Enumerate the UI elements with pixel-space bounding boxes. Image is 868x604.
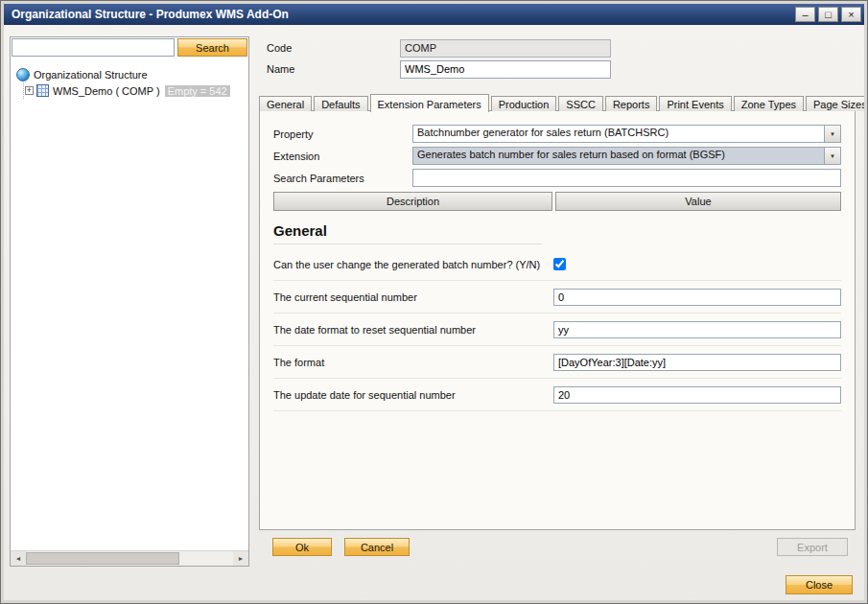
parameter-label: The current sequential number xyxy=(273,291,553,303)
ok-button[interactable]: Ok xyxy=(272,538,332,556)
property-dropdown[interactable]: Batchnumber generator for sales return (… xyxy=(412,125,841,143)
horizontal-scrollbar[interactable]: ◄ ► xyxy=(11,550,248,566)
dialog-footer: Ok Cancel Export xyxy=(259,538,856,556)
tab-zone-types[interactable]: Zone Types xyxy=(734,96,804,111)
parameter-rows: Can the user change the generated batch … xyxy=(273,248,841,411)
tab-page-sizes[interactable]: Page Sizes xyxy=(806,96,864,111)
cancel-button[interactable]: Cancel xyxy=(344,538,410,556)
section-title: General xyxy=(273,222,542,244)
name-row: Name xyxy=(259,59,856,79)
tab-production[interactable]: Production xyxy=(491,96,557,111)
search-row: Search xyxy=(11,37,248,58)
close-icon[interactable]: × xyxy=(841,7,861,22)
scrollbar-thumb[interactable] xyxy=(26,552,179,565)
extension-dropdown[interactable]: Generates batch number for sales return … xyxy=(412,147,841,165)
code-label: Code xyxy=(259,42,400,54)
parameter-label: The format xyxy=(273,357,553,368)
extension-value: Generates batch number for sales return … xyxy=(413,148,824,164)
parameter-row: The update date for sequential number xyxy=(273,379,841,411)
globe-icon xyxy=(16,68,30,81)
search-parameters-input[interactable] xyxy=(412,169,841,187)
chevron-down-icon: ▼ xyxy=(824,126,840,142)
tab-print-events[interactable]: Print Events xyxy=(659,96,731,111)
parameter-row: The current sequential number xyxy=(273,281,841,314)
parameter-input[interactable] xyxy=(553,354,841,371)
parameter-control xyxy=(553,258,841,270)
extension-label: Extension xyxy=(273,151,412,162)
parameter-control xyxy=(553,386,841,404)
description-column-header[interactable]: Description xyxy=(273,192,552,211)
search-parameters-row: Search Parameters xyxy=(273,167,841,189)
company-grid-icon xyxy=(36,84,49,97)
tree-node-suffix: Empty = 542 xyxy=(165,85,230,97)
tree-children: + WMS_Demo ( COMP ) Empty = 542 xyxy=(23,82,245,99)
search-input[interactable] xyxy=(12,38,175,57)
search-button[interactable]: Search xyxy=(177,38,247,57)
org-tree: Organizational Structure + WMS_Demo ( CO… xyxy=(11,58,248,550)
scrollbar-track[interactable] xyxy=(26,551,233,566)
tab-general[interactable]: General xyxy=(259,96,312,111)
tab-extension-parameters[interactable]: Extension Parameters xyxy=(370,94,489,112)
expand-plus-icon[interactable]: + xyxy=(25,86,34,95)
parameter-label: The date format to reset sequential numb… xyxy=(273,324,553,336)
window-title: Organizational Structure - Produmex WMS … xyxy=(12,8,792,21)
tree-node-wms-demo[interactable]: + WMS_Demo ( COMP ) Empty = 542 xyxy=(25,82,245,99)
tree-node-label: WMS_Demo ( COMP ) xyxy=(53,85,160,97)
close-button[interactable]: Close xyxy=(786,575,853,594)
parameter-label: The update date for sequential number xyxy=(273,389,553,401)
parameter-label: Can the user change the generated batch … xyxy=(273,259,553,270)
parameter-input[interactable] xyxy=(553,321,841,338)
column-headers: Description Value xyxy=(273,192,841,211)
tab-defaults[interactable]: Defaults xyxy=(314,96,367,111)
tab-bar: ◄ ► GeneralDefaultsExtension ParametersP… xyxy=(259,93,856,111)
chevron-down-icon: ▼ xyxy=(824,148,840,164)
parameter-row: The date format to reset sequential numb… xyxy=(273,314,841,346)
scroll-left-icon[interactable]: ◄ xyxy=(11,551,26,566)
export-button: Export xyxy=(777,538,848,556)
name-field[interactable] xyxy=(400,60,611,79)
property-row: Property Batchnumber generator for sales… xyxy=(273,123,841,145)
client-area: Search Organizational Structure + WMS_De… xyxy=(4,25,864,600)
parameter-input[interactable] xyxy=(553,386,841,404)
tree-node-label: Organizational Structure xyxy=(34,69,148,81)
org-tree-panel: Search Organizational Structure + WMS_De… xyxy=(10,36,249,567)
parameter-checkbox[interactable] xyxy=(553,258,566,270)
search-parameters-label: Search Parameters xyxy=(273,173,412,184)
scroll-right-icon[interactable]: ► xyxy=(233,551,248,566)
tab-reports[interactable]: Reports xyxy=(605,96,658,111)
title-bar: Organizational Structure - Produmex WMS … xyxy=(4,4,864,25)
tree-node-root[interactable]: Organizational Structure xyxy=(14,66,245,82)
parameter-row: The format xyxy=(273,346,841,379)
extension-row: Extension Generates batch number for sal… xyxy=(273,145,841,167)
parameter-control xyxy=(553,354,841,371)
parameter-input[interactable] xyxy=(553,289,841,306)
parameter-control xyxy=(553,321,841,338)
name-label: Name xyxy=(259,63,400,75)
code-field xyxy=(400,39,611,58)
property-label: Property xyxy=(273,128,412,140)
code-row: Code xyxy=(259,38,856,58)
minimize-icon[interactable]: – xyxy=(795,7,815,22)
app-window: Organizational Structure - Produmex WMS … xyxy=(0,0,868,604)
maximize-icon[interactable]: □ xyxy=(818,7,838,22)
tab-sscc[interactable]: SSCC xyxy=(558,96,603,111)
extension-parameters-page: Property Batchnumber generator for sales… xyxy=(259,110,856,530)
value-column-header[interactable]: Value xyxy=(555,192,841,211)
parameter-row: Can the user change the generated batch … xyxy=(273,248,841,281)
property-value: Batchnumber generator for sales return (… xyxy=(413,126,824,142)
parameter-control xyxy=(553,289,841,306)
